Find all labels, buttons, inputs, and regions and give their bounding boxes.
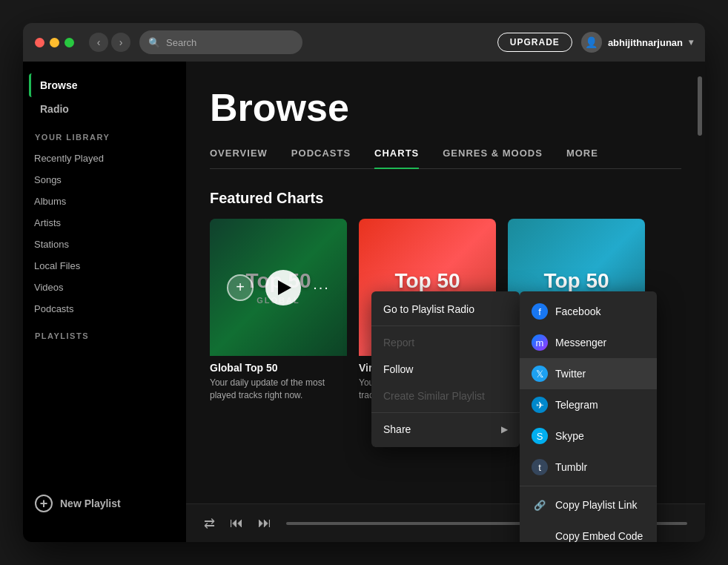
- tab-genres[interactable]: GENRES & MOODS: [443, 148, 543, 169]
- tab-charts[interactable]: CHARTS: [374, 148, 419, 169]
- play-button-global[interactable]: [265, 270, 301, 305]
- share-submenu-chevron: ▶: [501, 424, 508, 435]
- page-title: Browse: [210, 85, 681, 130]
- sidebar-item-browse[interactable]: Browse: [29, 73, 180, 97]
- sidebar-item-local-files[interactable]: Local Files: [23, 255, 186, 277]
- context-menu-item-go-to-radio[interactable]: Go to Playlist Radio: [371, 296, 520, 323]
- content-area: Browse OVERVIEW PODCASTS CHARTS GENRES &…: [186, 62, 705, 542]
- close-button[interactable]: [35, 38, 44, 47]
- forward-button[interactable]: ›: [111, 33, 130, 52]
- context-menu-item-share[interactable]: Share ▶: [371, 416, 520, 443]
- minimize-button[interactable]: [50, 38, 59, 47]
- context-menu: Go to Playlist Radio Report Follow Creat…: [371, 291, 520, 447]
- telegram-icon: ✈: [532, 397, 548, 413]
- add-to-library-button-global[interactable]: +: [227, 274, 254, 301]
- tab-overview[interactable]: OVERVIEW: [210, 148, 268, 169]
- back-button[interactable]: ‹: [89, 33, 108, 52]
- username-label: abhijithnarjunan: [608, 37, 683, 48]
- new-playlist-button[interactable]: + New Playlist: [32, 489, 177, 518]
- sidebar-bottom: + New Playlist: [23, 477, 186, 530]
- sidebar-item-stations[interactable]: Stations: [23, 234, 186, 255]
- card-overlay-global: + ···: [210, 219, 347, 356]
- playlists-section-label: PLAYLISTS: [23, 320, 186, 346]
- tab-more[interactable]: MORE: [566, 148, 598, 169]
- scrollbar[interactable]: [698, 62, 702, 542]
- more-options-button-global[interactable]: ···: [313, 279, 330, 296]
- messenger-icon: m: [532, 334, 548, 351]
- twitter-icon: 𝕏: [532, 366, 548, 382]
- skype-icon: S: [532, 428, 548, 444]
- search-icon: 🔍: [148, 37, 160, 48]
- tumblr-icon: t: [532, 459, 548, 475]
- tab-podcasts[interactable]: PODCASTS: [291, 148, 351, 169]
- prev-button[interactable]: ⏮: [230, 515, 243, 531]
- chart-name-global: Global Top 50: [210, 362, 347, 374]
- share-copy-embed[interactable]: Copy Embed Code: [520, 521, 657, 542]
- sidebar-nav: Browse Radio: [23, 73, 186, 121]
- library-section-label: YOUR LIBRARY: [23, 121, 186, 148]
- app-window: ‹ › 🔍 Search UPGRADE 👤 abhijithnarjunan …: [23, 23, 705, 542]
- share-messenger[interactable]: m Messenger: [520, 327, 657, 358]
- search-bar[interactable]: 🔍 Search: [139, 30, 302, 54]
- avatar: 👤: [581, 32, 602, 53]
- maximize-button[interactable]: [64, 38, 74, 47]
- context-menu-divider-2: [371, 412, 520, 413]
- sidebar-item-recently-played[interactable]: Recently Played: [23, 148, 186, 169]
- share-divider: [520, 486, 657, 486]
- chart-main-label-viral: Top 50: [394, 270, 460, 293]
- context-menu-item-follow[interactable]: Follow: [371, 356, 520, 383]
- play-icon-global: [278, 280, 291, 295]
- nav-buttons: ‹ ›: [89, 33, 130, 52]
- user-area[interactable]: 👤 abhijithnarjunan ▾: [581, 32, 693, 53]
- sidebar-item-albums[interactable]: Albums: [23, 191, 186, 212]
- search-placeholder: Search: [166, 37, 196, 48]
- chart-card-info-global: Global Top 50 Your daily update of the m…: [210, 356, 347, 405]
- share-submenu: f Facebook m Messenger 𝕏 Twitter ✈ Teleg…: [520, 291, 657, 542]
- chart-card-global[interactable]: Top 50 GLOBAL + ··· Global Top 50: [210, 219, 347, 405]
- chevron-down-icon: ▾: [689, 37, 693, 47]
- sidebar-item-songs[interactable]: Songs: [23, 169, 186, 191]
- tabs-bar: OVERVIEW PODCASTS CHARTS GENRES & MOODS …: [210, 148, 681, 169]
- new-playlist-icon: +: [35, 495, 53, 512]
- sidebar: Browse Radio YOUR LIBRARY Recently Playe…: [23, 62, 186, 542]
- share-telegram[interactable]: ✈ Telegram: [520, 389, 657, 420]
- featured-section-title: Featured Charts: [210, 190, 681, 207]
- chart-desc-global: Your daily update of the most played tra…: [210, 377, 347, 402]
- share-facebook[interactable]: f Facebook: [520, 296, 657, 327]
- scrollbar-thumb: [698, 76, 702, 136]
- title-bar: ‹ › 🔍 Search UPGRADE 👤 abhijithnarjunan …: [23, 23, 705, 62]
- sidebar-item-podcasts[interactable]: Podcasts: [23, 298, 186, 320]
- traffic-lights: [35, 38, 74, 47]
- share-copy-link[interactable]: 🔗 Copy Playlist Link: [520, 489, 657, 521]
- new-playlist-label: New Playlist: [60, 498, 121, 509]
- share-twitter[interactable]: 𝕏 Twitter: [520, 358, 657, 389]
- shuffle-button[interactable]: ⇄: [204, 515, 215, 532]
- sidebar-item-artists[interactable]: Artists: [23, 212, 186, 234]
- link-icon: 🔗: [532, 497, 548, 513]
- context-menu-item-report: Report: [371, 329, 520, 356]
- chart-main-label-third: Top 50: [543, 270, 609, 293]
- chart-card-img-global: Top 50 GLOBAL + ···: [210, 219, 347, 356]
- share-tumblr[interactable]: t Tumblr: [520, 452, 657, 483]
- main-layout: Browse Radio YOUR LIBRARY Recently Playe…: [23, 62, 705, 542]
- share-skype[interactable]: S Skype: [520, 420, 657, 452]
- facebook-icon: f: [532, 303, 548, 320]
- next-button[interactable]: ⏭: [258, 515, 271, 531]
- sidebar-item-videos[interactable]: Videos: [23, 277, 186, 298]
- sidebar-item-radio[interactable]: Radio: [29, 97, 180, 121]
- upgrade-button[interactable]: UPGRADE: [497, 33, 572, 52]
- context-menu-item-create-similar: Create Similar Playlist: [371, 383, 520, 409]
- context-menu-divider-1: [371, 326, 520, 326]
